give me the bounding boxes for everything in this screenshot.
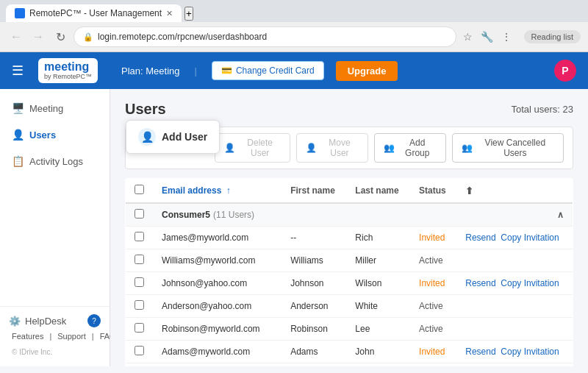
footer-links: Features | Support | FAQs — [9, 327, 101, 345]
helpdesk-label: HelpDesk — [25, 316, 66, 327]
row-checkbox-cell — [126, 318, 154, 341]
extensions-icon[interactable]: 🔧 — [480, 29, 495, 44]
helpdesk-item[interactable]: ⚙️ HelpDesk ? — [9, 314, 101, 327]
row-checkbox-cell — [126, 363, 154, 367]
add-user-popup[interactable]: 👤 Add User — [126, 120, 220, 154]
copy-invitation-link[interactable]: Copy Invitation — [501, 347, 559, 357]
header-email[interactable]: Email address ↑ — [153, 179, 282, 204]
table-row: Johnson@yahoo.com Johnson Wilson Invited… — [126, 272, 573, 295]
firstname-value: Anderson — [290, 301, 328, 311]
logo-box: meeting by RemotePC™ — [38, 58, 98, 83]
group-checkbox[interactable] — [135, 209, 144, 219]
sidebar: 🖥️ Meeting 👤 Users 📋 Activity Logs ⚙️ He… — [0, 89, 110, 366]
sidebar-item-activity-label: Activity Logs — [29, 156, 83, 167]
actions-cell: Resend Copy Invitation — [456, 341, 573, 363]
table-row: Robinson@myworld.com Robinson Lee Active — [126, 318, 573, 341]
tab-title: RemotePC™ - User Management — [29, 8, 162, 18]
new-tab-button[interactable]: + — [184, 7, 193, 21]
lastname-cell: Jack — [346, 363, 410, 367]
logo-sub: by RemotePC™ — [44, 73, 92, 80]
lastname-cell: Miller — [346, 249, 410, 272]
collapse-icon[interactable]: ∧ — [557, 210, 564, 220]
move-user-button[interactable]: 👤 Move User — [296, 133, 368, 163]
actions-cell: Resend Copy Invitation — [456, 227, 573, 249]
email-cell: Johnson@yahoo.com — [153, 272, 282, 295]
group-name-text: Consumer5 — [162, 210, 210, 220]
page-title: Users — [125, 101, 166, 118]
row-checkbox[interactable] — [135, 255, 144, 264]
firstname-cell: Williams — [282, 249, 346, 272]
sidebar-item-users-label: Users — [29, 129, 56, 141]
lastname-cell: White — [346, 295, 410, 318]
hamburger-icon[interactable]: ☰ — [12, 63, 24, 79]
back-button[interactable]: ← — [7, 28, 25, 46]
top-navbar: ☰ meeting by RemotePC™ Plan: Meeting | 💳… — [0, 52, 588, 89]
delete-icon: 👤 — [224, 143, 235, 153]
lastname-value: John — [355, 347, 374, 357]
header-checkbox-col — [126, 179, 154, 204]
resend-link[interactable]: Resend — [465, 347, 495, 357]
export-icon[interactable]: ⬆ — [465, 185, 473, 196]
forward-button[interactable]: → — [29, 28, 47, 46]
upgrade-button[interactable]: Upgrade — [336, 61, 398, 81]
reading-list-btn[interactable]: Reading list — [524, 30, 581, 43]
row-checkbox-cell — [126, 227, 154, 249]
menu-icon[interactable]: ⋮ — [499, 29, 514, 44]
lastname-cell: Wilson — [346, 272, 410, 295]
actions-cell — [456, 318, 573, 341]
firstname-cell: -- — [282, 227, 346, 249]
view-cancelled-button[interactable]: 👥 View Cancelled Users — [452, 133, 564, 163]
row-checkbox[interactable] — [135, 323, 144, 333]
delete-user-button[interactable]: 👤 Delete User — [215, 133, 290, 163]
resend-link[interactable]: Resend — [465, 232, 495, 243]
add-group-button[interactable]: 👥 Add Group — [374, 133, 446, 163]
sidebar-item-meeting[interactable]: 🖥️ Meeting — [0, 95, 110, 121]
actions-cell: Resend Copy Invitation — [456, 272, 573, 295]
change-cc-button[interactable]: 💳 Change Credit Card — [212, 61, 324, 80]
table-row: Anderson@yahoo.com Anderson White Active — [126, 295, 573, 318]
bookmark-icon[interactable]: ☆ — [461, 29, 476, 44]
tab-close-btn[interactable]: ✕ — [166, 9, 173, 18]
total-users: Total users: 23 — [511, 104, 573, 115]
actions-cell — [456, 249, 573, 272]
row-checkbox[interactable] — [135, 232, 144, 241]
footer-sep2: | — [92, 332, 94, 341]
header-email-label: Email address — [162, 185, 221, 196]
firstname-value: Robinson — [290, 324, 328, 334]
copy-invitation-link[interactable]: Copy Invitation — [501, 278, 559, 288]
status-cell: Active — [410, 249, 456, 272]
row-checkbox[interactable] — [135, 346, 144, 355]
logo-meeting: meeting — [44, 61, 89, 73]
firstname-cell: Anderson — [282, 295, 346, 318]
move-user-label: Move User — [320, 138, 359, 158]
sidebar-bottom: ⚙️ HelpDesk ? Features | Support | FAQs … — [0, 306, 110, 366]
header-lastname: Last name — [346, 179, 410, 204]
lastname-cell: John — [346, 341, 410, 363]
address-bar[interactable]: 🔒 login.remotepc.com/rpcnew/userdashboar… — [74, 26, 456, 47]
view-cancelled-label: View Cancelled Users — [476, 138, 554, 158]
status-cell: Invited — [410, 341, 456, 363]
select-all-checkbox[interactable] — [135, 185, 144, 194]
features-link[interactable]: Features — [12, 332, 43, 341]
table-row: James@myworld.com -- Rich Invited Resend… — [126, 227, 573, 249]
avatar[interactable]: P — [554, 60, 576, 82]
email-value: Adams@myworld.com — [162, 347, 250, 357]
reload-button[interactable]: ↻ — [51, 28, 69, 46]
row-checkbox[interactable] — [135, 277, 144, 287]
sidebar-item-activity-logs[interactable]: 📋 Activity Logs — [0, 148, 110, 174]
email-value: Williams@myworld.com — [162, 255, 256, 266]
tab-favicon — [15, 8, 25, 18]
active-tab[interactable]: RemotePC™ - User Management ✕ — [6, 4, 182, 22]
support-link[interactable]: Support — [57, 332, 86, 341]
email-cell: Williams@myworld.com — [153, 249, 282, 272]
cancelled-icon: 👥 — [462, 143, 473, 153]
lastname-value: Wilson — [355, 278, 381, 288]
email-value: Robinson@myworld.com — [162, 324, 260, 334]
row-checkbox[interactable] — [135, 300, 144, 310]
copy-invitation-link[interactable]: Copy Invitation — [501, 232, 559, 243]
status-badge: Invited — [419, 232, 445, 243]
lastname-value: Miller — [355, 255, 376, 266]
sidebar-item-users[interactable]: 👤 Users — [0, 121, 110, 148]
resend-link[interactable]: Resend — [465, 278, 495, 288]
helpdesk-icon: ⚙️ — [9, 316, 21, 327]
